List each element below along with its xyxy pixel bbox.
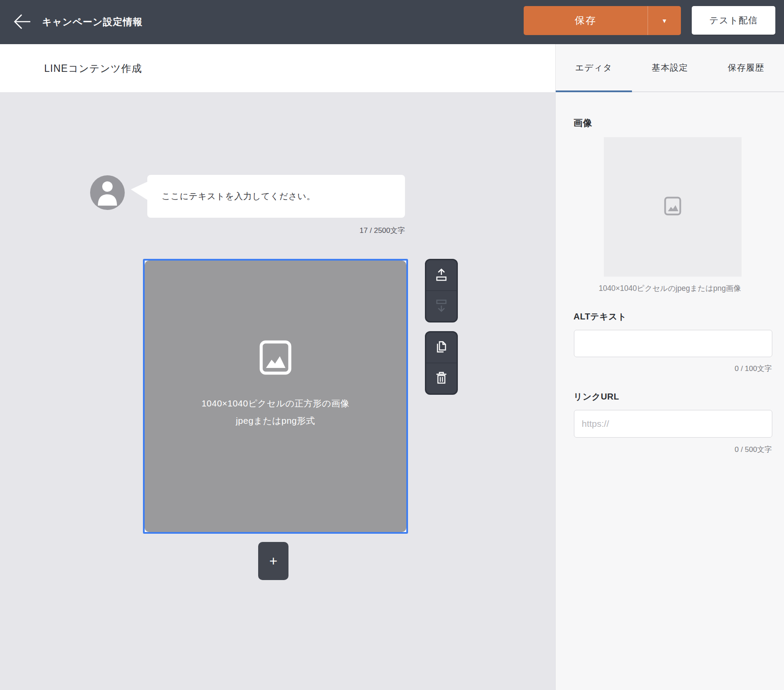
move-down-icon xyxy=(435,299,448,314)
sidebar-tabs: エディタ 基本設定 保存履歴 xyxy=(556,44,784,92)
tab-basic-settings-label: 基本設定 xyxy=(652,62,688,74)
image-placeholder-icon xyxy=(259,340,292,377)
image-section-label: 画像 xyxy=(573,117,592,129)
back-button[interactable] xyxy=(12,13,32,32)
tab-basic-settings[interactable]: 基本設定 xyxy=(632,44,708,91)
block-move-toolbar xyxy=(425,259,458,322)
bubble-char-counter: 17 / 2500文字 xyxy=(147,226,405,235)
avatar xyxy=(90,175,125,210)
delete-button[interactable] xyxy=(426,363,457,393)
editor-canvas: ここにテキストを入力してください。 17 / 2500文字 1040×1040ピ… xyxy=(0,92,555,690)
tab-save-history-label: 保存履歴 xyxy=(728,62,764,74)
person-icon xyxy=(90,175,125,210)
alt-char-counter: 0 / 100文字 xyxy=(735,364,772,374)
link-url-label: リンクURL xyxy=(573,391,619,403)
page-title: キャンペーン設定情報 xyxy=(42,16,143,29)
text-bubble[interactable]: ここにテキストを入力してください。 xyxy=(147,175,405,218)
save-button[interactable]: 保存 ▼ xyxy=(524,6,681,35)
content-header: LINEコンテンツ作成 xyxy=(0,44,555,92)
trash-icon xyxy=(435,371,448,386)
copy-icon xyxy=(435,340,448,355)
content-title: LINEコンテンツ作成 xyxy=(44,61,142,75)
top-bar: キャンペーン設定情報 保存 ▼ テスト配信 xyxy=(0,0,784,44)
tab-editor-label: エディタ xyxy=(575,62,612,74)
line-content-editor: キャンペーン設定情報 保存 ▼ テスト配信 LINEコンテンツ作成 ここにテキス… xyxy=(0,0,784,690)
bubble-text: ここにテキストを入力してください。 xyxy=(147,190,315,202)
link-url-input[interactable] xyxy=(574,410,772,438)
settings-sidebar: エディタ 基本設定 保存履歴 画像 1040×1040ピクセルのjpegまたはp… xyxy=(555,44,784,690)
plus-icon: + xyxy=(269,554,278,568)
image-block-line2: jpegまたはpng形式 xyxy=(236,412,315,429)
add-block-button[interactable]: + xyxy=(258,542,288,580)
image-upload-preview[interactable] xyxy=(604,137,742,277)
active-tab-underline xyxy=(556,90,632,92)
back-arrow-icon xyxy=(13,13,31,31)
image-block-selected[interactable]: 1040×1040ピクセルの正方形の画像 jpegまたはpng形式 xyxy=(143,259,408,534)
alt-text-label: ALTテキスト xyxy=(573,311,627,322)
move-up-icon xyxy=(435,268,448,283)
duplicate-button[interactable] xyxy=(426,332,457,363)
block-edit-toolbar xyxy=(425,331,458,395)
alt-text-input[interactable] xyxy=(574,330,772,357)
test-send-button[interactable]: テスト配信 xyxy=(692,6,775,35)
tab-editor[interactable]: エディタ xyxy=(556,44,632,91)
image-spec-caption: 1040×1040ピクセルのjpegまたはpng画像 xyxy=(556,283,784,293)
save-button-label: 保存 xyxy=(524,6,648,35)
move-down-button[interactable] xyxy=(426,291,457,321)
move-up-button[interactable] xyxy=(426,260,457,290)
save-dropdown-button[interactable]: ▼ xyxy=(648,6,681,35)
url-char-counter: 0 / 500文字 xyxy=(735,445,772,455)
image-preview-icon xyxy=(664,197,681,217)
tab-save-history[interactable]: 保存履歴 xyxy=(708,44,784,91)
image-block-placeholder: 1040×1040ピクセルの正方形の画像 jpegまたはpng形式 xyxy=(145,261,406,532)
bubble-tail xyxy=(131,181,148,200)
caret-down-icon: ▼ xyxy=(661,17,667,24)
image-block-line1: 1040×1040ピクセルの正方形の画像 xyxy=(201,395,350,412)
